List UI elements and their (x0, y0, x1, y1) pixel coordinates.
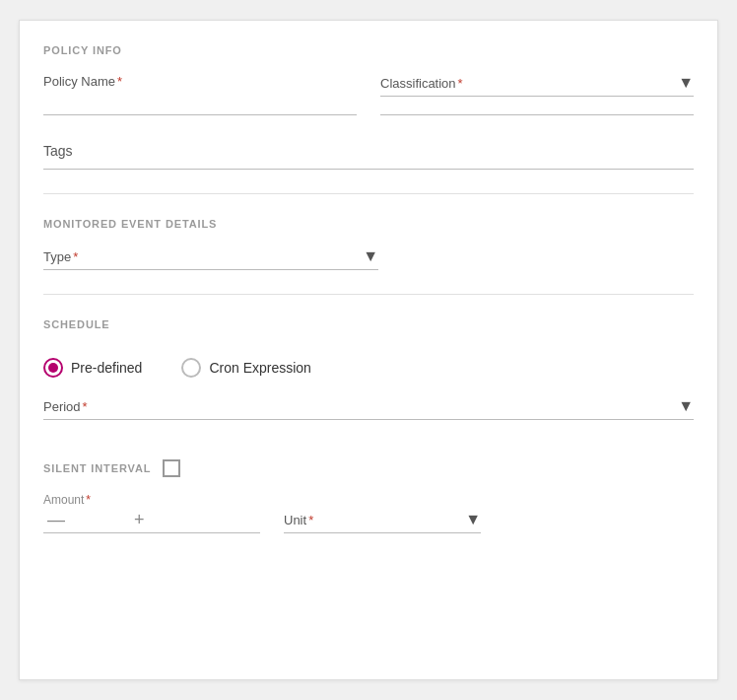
policy-info-section-label: POLICY INFO (43, 44, 694, 56)
period-label: Period* (43, 399, 88, 414)
silent-interval-label: SILENT INTERVAL (43, 462, 151, 474)
policy-name-classification-row: Policy Name* Classification* ▼ (43, 74, 694, 115)
monitored-event-section-label: MONITORED EVENT DETAILS (43, 218, 694, 230)
silent-interval-section: SILENT INTERVAL Amount* — + Unit* ▼ (43, 459, 694, 533)
policy-name-label: Policy Name* (43, 74, 357, 89)
schedule-section-label: SCHEDULE (43, 318, 694, 330)
type-label: Type* (43, 249, 78, 264)
classification-dropdown-arrow: ▼ (678, 74, 694, 92)
schedule-section: SCHEDULE Pre-defined Cron Expression Per… (43, 318, 694, 420)
classification-dropdown[interactable]: Classification* ▼ (380, 74, 694, 97)
amount-row: — + Unit* ▼ (43, 511, 694, 533)
main-form-card: POLICY INFO Policy Name* Classification*… (19, 20, 718, 680)
period-dropdown-arrow: ▼ (678, 397, 694, 415)
period-dropdown[interactable]: Period* ▼ (43, 397, 694, 420)
divider-1 (43, 193, 694, 194)
cron-radio-circle[interactable] (181, 358, 201, 378)
silent-interval-checkbox[interactable] (163, 459, 180, 477)
tags-label: Tags (43, 139, 694, 163)
amount-field-label: Amount* (43, 493, 694, 507)
amount-stepper: — + (43, 511, 260, 533)
divider-2 (43, 294, 694, 295)
classification-label: Classification* (380, 76, 463, 91)
policy-name-input[interactable] (43, 91, 357, 110)
classification-field: Classification* ▼ (380, 74, 694, 115)
unit-dropdown-arrow: ▼ (465, 511, 481, 528)
cron-radio-option[interactable]: Cron Expression (181, 358, 311, 378)
amount-decrease-button[interactable]: — (43, 511, 69, 528)
predefined-radio-circle[interactable] (43, 358, 63, 378)
predefined-radio-label: Pre-defined (71, 360, 142, 376)
tags-field: Tags (43, 139, 694, 170)
predefined-radio-option[interactable]: Pre-defined (43, 358, 142, 378)
type-dropdown-arrow: ▼ (363, 247, 378, 265)
silent-interval-row: SILENT INTERVAL (43, 459, 694, 477)
policy-name-field: Policy Name* (43, 74, 357, 115)
amount-section: Amount* — + Unit* ▼ (43, 493, 694, 533)
unit-label: Unit* (284, 513, 313, 527)
amount-increase-button[interactable]: + (130, 511, 149, 528)
type-dropdown[interactable]: Type* ▼ (43, 247, 378, 270)
unit-dropdown[interactable]: Unit* ▼ (284, 511, 481, 533)
predefined-radio-inner (48, 363, 58, 373)
cron-radio-label: Cron Expression (209, 360, 311, 376)
schedule-radio-row: Pre-defined Cron Expression (43, 358, 694, 378)
